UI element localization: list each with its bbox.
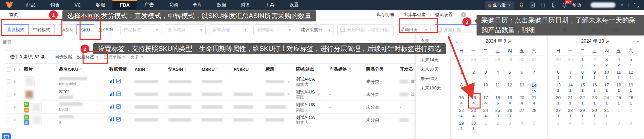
shop-select[interactable]: 全部店铺▼ <box>209 24 250 35</box>
calendar-quick-option-5[interactable]: 未来60天 <box>416 74 450 83</box>
more-button[interactable]: 更多▼ <box>131 54 144 60</box>
calendar-day-22[interactable]: 221 <box>577 94 589 107</box>
tab-2[interactable]: 出库单创建 <box>399 12 430 18</box>
calendar-day-30[interactable]: 30 <box>516 56 528 68</box>
calendar-day-2[interactable]: 2 <box>492 119 504 132</box>
chevron-down-icon[interactable]: ▼ <box>317 80 320 83</box>
bulb-icon[interactable] <box>518 2 525 8</box>
nav-menu-item-4[interactable]: 客服 <box>88 0 112 10</box>
help-link[interactable]: 帮助 <box>572 2 581 8</box>
download-icon[interactable] <box>529 2 535 8</box>
calendar-day-28[interactable]: 281 <box>564 107 577 119</box>
product-thumbnail[interactable] <box>31 102 42 113</box>
calendar-day-7[interactable]: 7 <box>601 119 613 132</box>
calendar-day-21[interactable]: 214 <box>528 94 540 107</box>
calendar-day-13[interactable]: 13 <box>516 81 528 94</box>
drag-handle-icon[interactable]: ⋮ <box>12 67 16 72</box>
calendar-day-7[interactable]: 7 <box>528 68 540 81</box>
calendar-day-19[interactable]: 191 <box>625 81 637 94</box>
expand-all-icon[interactable] <box>19 68 21 71</box>
calendar-day-20[interactable]: 204 <box>516 94 528 107</box>
calendar-day-31[interactable]: 311 <box>601 107 613 119</box>
calendar-day-6[interactable]: 64 <box>552 68 564 81</box>
calendar-day-6[interactable]: 6 <box>516 68 528 81</box>
sku-fragment[interactable]: aimashixi... <box>59 82 87 86</box>
calendar-day-15[interactable]: 151 <box>577 81 589 94</box>
calendar-day-19[interactable]: 194 <box>504 94 516 107</box>
row-checkbox[interactable] <box>7 105 11 109</box>
calendar-day-29[interactable]: 29 <box>504 56 516 68</box>
app-logo-icon[interactable] <box>0 0 19 10</box>
mobile-icon[interactable] <box>551 2 557 8</box>
calendar-day-25[interactable]: 251 <box>613 94 625 107</box>
calendar-day-6[interactable]: 6 <box>589 119 601 132</box>
calendar-day-27[interactable]: 27 <box>480 56 492 68</box>
site-select[interactable]: 全部站点▼ <box>165 24 206 35</box>
product-name-fragment[interactable]: STYT <box>59 89 73 94</box>
calendar-day-16[interactable]: 164 <box>467 94 480 107</box>
calendar-day-27[interactable]: 27 <box>516 107 528 119</box>
calendar-day-11[interactable]: 111 <box>613 68 625 81</box>
date-range-input[interactable]: 开始日期 ~ 结束日期 <box>337 24 394 35</box>
calendar-quick-option-3[interactable]: 未来14天 <box>416 55 450 65</box>
calendar-day-29[interactable]: 29 <box>552 56 564 68</box>
sku-fragment[interactable]: 0903 <box>59 107 83 112</box>
product-thumbnail[interactable] <box>31 115 42 125</box>
row-checkbox[interactable] <box>7 118 11 122</box>
calendar-day-12[interactable]: 121 <box>625 68 637 81</box>
calendar-day-8[interactable]: 8 <box>613 119 625 132</box>
calendar-day-14[interactable]: 142 <box>564 81 577 94</box>
calendar-day-5[interactable]: 5 <box>528 119 540 132</box>
dim-sku-button[interactable]: SKU <box>77 24 94 35</box>
dim-asin-button[interactable]: ASIN <box>58 24 77 35</box>
dim-parent-asin-button[interactable]: 父ASIN <box>94 24 117 35</box>
logistics-select[interactable]: 全部物流▼ <box>253 24 294 35</box>
clipboard-icon[interactable] <box>540 2 546 8</box>
calendar-day-2[interactable]: 22 <box>589 56 601 68</box>
calendar-quick-option-6[interactable]: 未来180天 <box>416 83 450 93</box>
calendar-day-9[interactable]: 91 <box>589 68 601 81</box>
row-checkbox[interactable] <box>7 79 11 84</box>
nav-menu-item-11[interactable]: 工具 <box>258 0 282 10</box>
calendar-day-2[interactable]: 2 <box>625 107 637 119</box>
calendar-day-22[interactable]: 224 <box>455 107 467 119</box>
fullscreen-icon[interactable] <box>633 2 639 8</box>
user-chevron-down-icon[interactable]: ▼ <box>620 3 624 7</box>
calendar-day-30[interactable]: 30 <box>564 56 577 68</box>
calendar-day-1[interactable]: 1 <box>480 119 492 132</box>
set-tag-button[interactable]: 设置标签▼ <box>77 54 99 60</box>
calendar-day-2[interactable]: 2 <box>467 68 480 81</box>
calendar-day-24[interactable]: 244 <box>480 107 492 119</box>
row-expand-icon[interactable] <box>14 119 17 121</box>
calendar-day-4[interactable]: 4 <box>564 119 577 132</box>
calendar-day-16[interactable]: 162 <box>589 81 601 94</box>
calendar-day-30[interactable]: 301 <box>589 107 601 119</box>
sort-icon[interactable] <box>185 67 187 72</box>
calendar-day-30[interactable]: 303 <box>467 119 480 132</box>
trend-chart-icon[interactable] <box>116 91 121 97</box>
product-thumbnail[interactable] <box>24 89 35 100</box>
gear-icon[interactable]: ▾ <box>461 12 466 17</box>
nav-menu-item-9[interactable]: 数据 <box>209 0 234 10</box>
calendar-day-3[interactable]: 3 <box>552 119 564 132</box>
chat-float-button[interactable] <box>2 133 11 139</box>
calendar-day-20[interactable]: 201 <box>552 94 564 107</box>
sort-icon[interactable] <box>147 67 149 72</box>
bell-icon[interactable]: 99+ <box>561 2 567 8</box>
store-selector[interactable]: a 亚马逊 ▼ <box>485 1 514 9</box>
reset-link[interactable]: 重置 <box>3 40 11 46</box>
calendar-day-4[interactable]: 4 <box>516 119 528 132</box>
chevron-down-icon[interactable]: ▼ <box>317 92 320 96</box>
calendar-day-18[interactable]: 185 <box>492 94 504 107</box>
trend-chart-icon[interactable] <box>116 117 121 123</box>
user-avatar[interactable] <box>591 2 615 8</box>
bar-chart-icon[interactable] <box>109 104 114 110</box>
calendar-day-8[interactable]: 8 <box>455 81 467 94</box>
calendar-day-3[interactable]: 32 <box>601 56 613 68</box>
sort-icon[interactable] <box>216 67 218 72</box>
calendar-day-26[interactable]: 261 <box>625 94 637 107</box>
calendar-day-28[interactable]: 28 <box>492 56 504 68</box>
calendar-quick-option-4[interactable]: 未来30天 <box>416 65 450 74</box>
nav-menu-item-5[interactable]: FBA <box>112 0 137 10</box>
calendar-day-10[interactable]: 10 <box>480 81 492 94</box>
